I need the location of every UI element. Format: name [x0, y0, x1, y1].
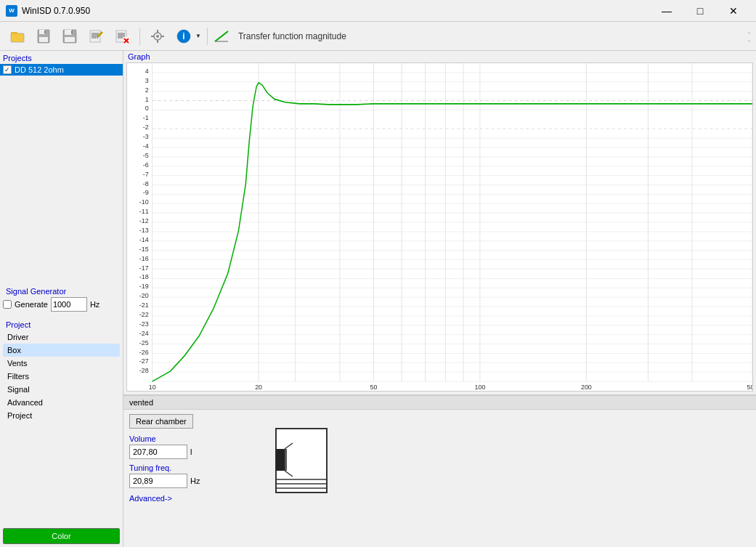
- open-icon: [9, 28, 25, 44]
- dropdown-arrow[interactable]: ▼: [195, 33, 201, 39]
- toolbar-right-bottom: -: [748, 36, 750, 44]
- svg-text:-3: -3: [143, 133, 149, 140]
- svg-text:-19: -19: [139, 283, 149, 290]
- tuning-row: Hz: [129, 474, 200, 488]
- color-button[interactable]: Color: [3, 528, 120, 544]
- svg-text:10: 10: [149, 384, 156, 391]
- app-title: WinISD 0.7.0.950: [22, 6, 90, 16]
- graph-icon: [214, 28, 229, 44]
- box-diagram: [272, 427, 330, 496]
- tuning-label: Tuning freq.: [129, 463, 200, 472]
- svg-rect-29: [157, 40, 158, 43]
- svg-text:-20: -20: [139, 292, 149, 299]
- svg-text:-21: -21: [139, 301, 149, 309]
- frequency-input[interactable]: 1000: [51, 297, 87, 312]
- svg-text:100: 100: [474, 384, 485, 391]
- svg-text:200: 200: [581, 384, 592, 391]
- svg-rect-1: [11, 33, 24, 42]
- svg-text:-22: -22: [139, 311, 149, 318]
- info-dropdown[interactable]: i ▼: [172, 25, 201, 47]
- volume-row: l: [129, 445, 200, 459]
- project-checkbox[interactable]: ✓: [3, 65, 12, 74]
- graph-and-details: Graph: [123, 51, 756, 547]
- detail-wrapper: vented Rear chamber Volume: [123, 394, 756, 547]
- project-name: DD 512 2ohm: [15, 65, 64, 74]
- nav-box[interactable]: Box: [3, 344, 120, 357]
- svg-text:-14: -14: [139, 236, 149, 243]
- minimize-button[interactable]: —: [650, 0, 683, 22]
- nav-filters[interactable]: Filters: [3, 370, 120, 383]
- box-type-label: vented: [129, 398, 153, 407]
- box-diagram-container: [272, 414, 330, 508]
- svg-text:i: i: [182, 31, 184, 41]
- chamber-row: Rear chamber: [129, 414, 200, 429]
- svg-text:-25: -25: [139, 339, 149, 346]
- svg-text:-16: -16: [139, 254, 149, 262]
- graph-container: 4 3 2 1 0 -1 -2 -3 -4 -5 -6 -7 -8 -9: [126, 62, 753, 392]
- tuning-section: Tuning freq. Hz: [129, 463, 200, 488]
- svg-text:-15: -15: [139, 245, 149, 252]
- svg-text:0: 0: [145, 105, 149, 112]
- svg-text:-2: -2: [143, 123, 149, 131]
- volume-section: Volume l: [129, 434, 200, 459]
- graph-wrapper: Graph: [123, 51, 756, 394]
- advanced-link[interactable]: Advanced->: [129, 488, 200, 508]
- open-button[interactable]: [6, 25, 29, 47]
- svg-text:20: 20: [255, 384, 262, 391]
- settings-button[interactable]: [146, 25, 169, 47]
- toolbar-title: Transfer function magnitude: [238, 31, 346, 41]
- svg-rect-2: [11, 32, 17, 34]
- svg-text:500: 500: [747, 384, 752, 391]
- svg-text:4: 4: [145, 68, 149, 75]
- svg-rect-126: [285, 449, 287, 471]
- delete-button[interactable]: [110, 25, 134, 47]
- graph-label: Graph: [123, 51, 756, 62]
- project-nav-section: Project Driver Box Vents Filters Signal …: [0, 315, 123, 526]
- info-icon: i: [176, 28, 192, 44]
- edit-button[interactable]: [84, 25, 107, 47]
- check-mark: ✓: [4, 66, 10, 73]
- title-bar: W WinISD 0.7.0.950 — □ ✕: [0, 0, 756, 22]
- svg-text:-1: -1: [143, 114, 149, 121]
- volume-input[interactable]: [129, 445, 187, 459]
- generate-checkbox[interactable]: [3, 300, 12, 309]
- svg-text:-24: -24: [139, 329, 149, 336]
- rear-chamber-button[interactable]: Rear chamber: [129, 414, 193, 429]
- save-button[interactable]: [58, 25, 81, 47]
- freq-unit: Hz: [90, 300, 99, 309]
- projects-label: Projects: [0, 51, 123, 64]
- svg-text:-23: -23: [139, 320, 149, 328]
- svg-rect-5: [39, 37, 48, 42]
- info-button[interactable]: i: [172, 25, 195, 47]
- svg-text:-7: -7: [143, 170, 149, 177]
- svg-line-34: [215, 31, 228, 41]
- nav-driver[interactable]: Driver: [3, 331, 120, 344]
- nav-signal[interactable]: Signal: [3, 383, 120, 396]
- tuning-input[interactable]: [129, 474, 187, 488]
- svg-rect-6: [44, 31, 46, 33]
- svg-text:-13: -13: [139, 227, 149, 234]
- svg-text:-4: -4: [143, 142, 149, 150]
- delete-icon: [114, 28, 130, 44]
- close-button[interactable]: ✕: [717, 0, 750, 22]
- svg-text:-9: -9: [143, 189, 149, 196]
- signal-generator-section: Signal Generator Generate 1000 Hz: [0, 281, 123, 315]
- svg-text:50: 50: [370, 384, 378, 391]
- signal-gen-label: Signal Generator: [3, 284, 120, 297]
- projects-section: Projects ✓ DD 512 2ohm: [0, 51, 123, 76]
- maximize-button[interactable]: □: [683, 0, 717, 22]
- chart-svg: 4 3 2 1 0 -1 -2 -3 -4 -5 -6 -7 -8 -9: [127, 63, 752, 391]
- nav-project[interactable]: Project: [3, 409, 120, 422]
- svg-text:-12: -12: [139, 217, 149, 224]
- box-controls: Rear chamber Volume l: [129, 414, 200, 508]
- svg-text:-28: -28: [139, 367, 149, 374]
- save-small-button[interactable]: [32, 25, 55, 47]
- signal-gen-row: Generate 1000 Hz: [3, 297, 120, 312]
- svg-text:-26: -26: [139, 348, 149, 355]
- svg-rect-28: [157, 30, 158, 33]
- volume-unit: l: [190, 447, 192, 456]
- nav-advanced[interactable]: Advanced: [3, 396, 120, 409]
- nav-vents[interactable]: Vents: [3, 357, 120, 370]
- project-item[interactable]: ✓ DD 512 2ohm: [0, 64, 123, 76]
- svg-text:-5: -5: [143, 152, 149, 159]
